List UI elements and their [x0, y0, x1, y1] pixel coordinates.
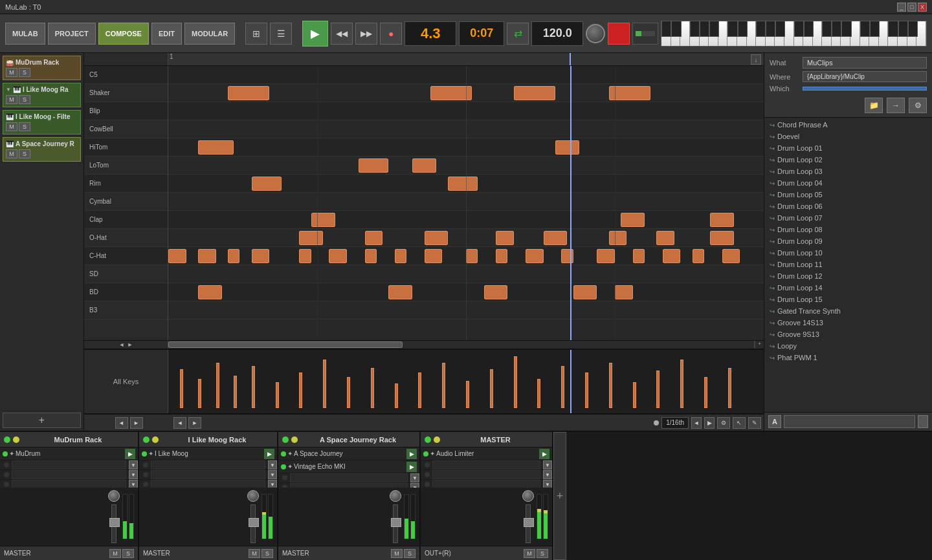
file-item-drum-loop-04[interactable]: ↪ Drum Loop 04 [764, 177, 932, 189]
note-ohat-3[interactable] [425, 231, 449, 245]
list-icon-btn[interactable]: ☰ [270, 23, 292, 45]
loop-btn[interactable]: ⇄ [507, 23, 529, 45]
ch-moog-dd-3[interactable]: ▼ [268, 470, 277, 479]
note-chat-6[interactable] [329, 249, 347, 263]
note-bd-3[interactable] [484, 285, 508, 299]
file-item-gated-trance[interactable]: ↪ Gated Trance Synth [764, 305, 932, 317]
file-item-drum-loop-02[interactable]: ↪ Drum Loop 02 [764, 154, 932, 166]
file-item-drum-loop-12[interactable]: ↪ Drum Loop 12 [764, 270, 932, 282]
note-ohat-2[interactable] [365, 231, 383, 245]
file-item-drum-loop-07[interactable]: ↪ Drum Loop 07 [764, 212, 932, 224]
scroll-up-small[interactable]: + [755, 341, 764, 347]
file-item-drum-loop-06[interactable]: ↪ Drum Loop 06 [764, 200, 932, 212]
space-pan-knob[interactable] [390, 490, 401, 502]
note-chat-10[interactable] [466, 249, 478, 263]
ch-master-arrow[interactable]: ▶ [539, 449, 549, 459]
note-ohat-4[interactable] [496, 231, 514, 245]
minimize-btn[interactable]: _ [897, 3, 906, 12]
ch-space-arrow-1[interactable]: ▶ [406, 449, 417, 459]
file-item-drum-loop-15[interactable]: ↪ Drum Loop 15 [764, 294, 932, 305]
file-item-phat-pwm[interactable]: ↪ Phat PWM 1 [764, 352, 932, 363]
ch-space-arrow-2[interactable]: ▶ [406, 462, 417, 472]
note-bd-5[interactable] [615, 285, 633, 299]
ch-master-dd-2[interactable]: ▼ [543, 460, 552, 469]
file-item-groove-14s13[interactable]: ↪ Groove 14S13 [764, 317, 932, 328]
note-clap-1[interactable] [311, 213, 335, 227]
mute-btn-mudrum[interactable]: M [6, 68, 17, 77]
close-btn[interactable]: X [918, 3, 927, 12]
scroll-right-arrow[interactable]: ► [128, 341, 133, 348]
note-chat-1[interactable] [168, 249, 186, 263]
solo-btn-space[interactable]: S [19, 149, 30, 158]
file-item-drum-loop-01[interactable]: ↪ Drum Loop 01 [764, 142, 932, 154]
grid-icon-btn[interactable]: ⊞ [245, 23, 267, 45]
add-rack-button[interactable]: + [553, 432, 566, 560]
mulab-button[interactable]: MULAB [5, 23, 45, 45]
note-chat-18[interactable] [722, 249, 740, 263]
record-button[interactable]: ● [380, 23, 402, 45]
moog-pan-knob[interactable] [247, 490, 259, 502]
moog-fader-track[interactable] [250, 504, 256, 543]
tl-transport-play[interactable]: ▶ [704, 417, 715, 429]
which-value[interactable] [803, 87, 927, 91]
tl-prev-btn2[interactable]: ◄ [173, 417, 186, 429]
solo-btn-mudrum[interactable]: S [19, 68, 30, 77]
file-item-groove-9s13[interactable]: ↪ Groove 9S13 [764, 328, 932, 340]
ch-mudrum-dd-3[interactable]: ▼ [129, 470, 138, 479]
search-scroll[interactable] [918, 415, 928, 428]
note-clap-3[interactable] [710, 213, 734, 227]
note-rim-1[interactable] [252, 177, 282, 191]
track-item-moog[interactable]: ▼ 🎹 I Like Moog Ra M S [3, 83, 81, 107]
note-chat-17[interactable] [693, 249, 704, 263]
note-chat-2[interactable] [198, 249, 216, 263]
note-chat-11[interactable] [496, 249, 507, 263]
tl-next-btn2[interactable]: ► [188, 417, 201, 429]
mute-btn-space[interactable]: M [6, 149, 17, 158]
solo-btn-moog[interactable]: S [19, 95, 30, 104]
space-footer-m[interactable]: M [391, 549, 403, 558]
mudrum-footer-s[interactable]: S [122, 549, 134, 558]
modular-button[interactable]: MODULAR [184, 23, 235, 45]
note-ohat-6[interactable] [609, 231, 627, 245]
rewind-button[interactable]: ◀◀ [331, 23, 353, 45]
ch-mudrum-dd-4[interactable]: ▼ [129, 480, 138, 488]
mute-btn-filter[interactable]: M [6, 122, 17, 131]
tl-next-btn[interactable]: ► [130, 417, 143, 429]
ch-master-dd-3[interactable]: ▼ [543, 470, 552, 479]
file-item-drum-loop-08[interactable]: ↪ Drum Loop 08 [764, 224, 932, 235]
compose-button[interactable]: COMPOSE [98, 23, 149, 45]
note-chat-9[interactable] [425, 249, 443, 263]
note-shaker-2[interactable] [430, 86, 472, 100]
note-ohat-1[interactable] [299, 231, 323, 245]
file-item-drum-loop-10[interactable]: ↪ Drum Loop 10 [764, 247, 932, 259]
arrow-btn[interactable]: → [887, 98, 905, 113]
note-ohat-7[interactable] [656, 231, 674, 245]
ch-moog-arrow[interactable]: ▶ [264, 449, 274, 459]
file-item-loopy[interactable]: ↪ Loopy [764, 340, 932, 352]
note-lotom-2[interactable] [412, 158, 436, 173]
play-button[interactable]: ▶ [302, 21, 328, 47]
note-bd-1[interactable] [198, 285, 222, 299]
scroll-left-arrow[interactable]: ◄ [119, 341, 125, 348]
master-fader-track[interactable] [526, 504, 531, 543]
gear-btn[interactable]: ⚙ [909, 98, 927, 113]
note-chat-3[interactable] [228, 249, 239, 263]
mudrum-pan-knob[interactable] [108, 490, 120, 502]
maximize-btn[interactable]: □ [907, 3, 916, 12]
note-shaker-3[interactable] [514, 86, 555, 100]
search-label-a[interactable]: A [768, 415, 781, 428]
note-chat-12[interactable] [526, 249, 544, 263]
moog-footer-m[interactable]: M [249, 549, 260, 558]
forward-button[interactable]: ▶▶ [355, 23, 377, 45]
space-fader-thumb[interactable] [391, 518, 401, 527]
note-rim-2[interactable] [448, 177, 478, 191]
file-item-drum-loop-14[interactable]: ↪ Drum Loop 14 [764, 282, 932, 294]
file-item-doevel[interactable]: ↪ Doevel [764, 131, 932, 142]
ch-mudrum-dd-2[interactable]: ▼ [129, 460, 138, 469]
moog-fader-thumb[interactable] [249, 518, 259, 527]
note-chat-4[interactable] [252, 249, 270, 263]
space-footer-s[interactable]: S [404, 549, 416, 558]
file-item-drum-loop-11[interactable]: ↪ Drum Loop 11 [764, 259, 932, 270]
note-shaker-1[interactable] [228, 86, 269, 100]
ch-moog-dd-4[interactable]: ▼ [268, 480, 277, 488]
